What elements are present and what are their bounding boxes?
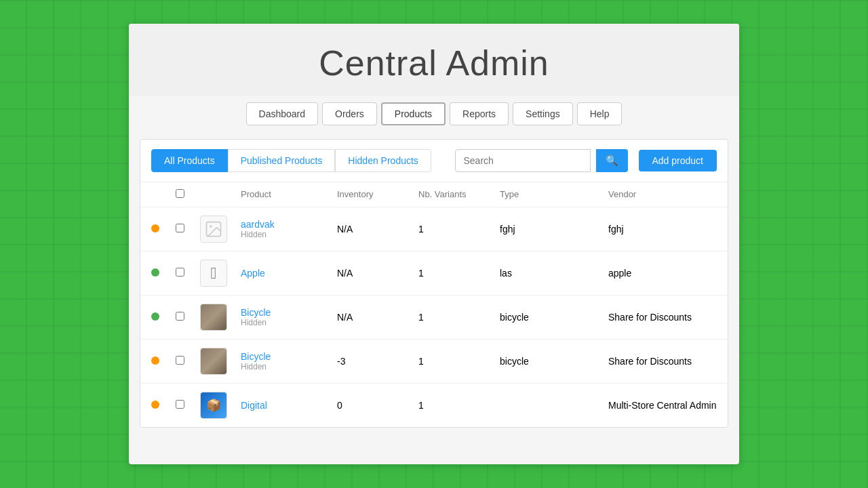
tab-published[interactable]: Published Products <box>228 149 336 172</box>
row-inventory: N/A <box>337 224 418 235</box>
status-dot <box>151 268 159 277</box>
col-type: Type <box>500 189 608 200</box>
table-row: aardvakHiddenN/A1fghjfghj <box>140 207 728 251</box>
status-dot <box>151 401 159 409</box>
nav-btn-help[interactable]: Help <box>577 102 623 125</box>
col-variants: Nb. Variants <box>418 189 500 200</box>
search-button[interactable]: 🔍 <box>596 149 628 172</box>
product-name-cell: aardvakHidden <box>241 219 337 239</box>
table-row: BicycleHidden-31bicycleShare for Discoun… <box>140 340 728 384</box>
product-name-link[interactable]: aardvak <box>241 219 275 230</box>
search-group: 🔍 Add product <box>455 149 717 172</box>
row-variants: 1 <box>418 400 500 411</box>
tab-hidden[interactable]: Hidden Products <box>335 149 431 172</box>
row-image-cell: 📦 <box>200 392 241 419</box>
table-body: aardvakHiddenN/A1fghjfghjAppleN/A1lasap… <box>140 207 728 427</box>
status-dot <box>151 224 159 232</box>
row-vendor: Share for Discounts <box>608 312 717 323</box>
main-panel: Central Admin DashboardOrdersProductsRep… <box>129 24 739 464</box>
row-variants: 1 <box>418 356 500 367</box>
row-status <box>151 356 176 367</box>
search-icon: 🔍 <box>606 155 618 166</box>
product-name-cell: BicycleHidden <box>241 307 337 327</box>
tab-group: All ProductsPublished ProductsHidden Pro… <box>151 149 431 172</box>
product-name-link[interactable]: Apple <box>241 268 265 279</box>
product-image: 📦 <box>200 392 227 419</box>
toolbar: All ProductsPublished ProductsHidden Pro… <box>140 140 728 182</box>
table-row: BicycleHiddenN/A1bicycleShare for Discou… <box>140 296 728 340</box>
table-row: AppleN/A1lasapple <box>140 251 728 296</box>
col-vendor: Vendor <box>608 189 717 200</box>
row-checkbox[interactable] <box>176 268 184 277</box>
select-all-checkbox[interactable] <box>176 189 184 198</box>
row-variants: 1 <box>418 224 500 235</box>
row-variants: 1 <box>418 312 500 323</box>
product-sub-label: Hidden <box>241 230 337 239</box>
main-nav: DashboardOrdersProductsReportsSettingsHe… <box>129 96 739 139</box>
row-status <box>151 268 176 279</box>
row-status <box>151 224 176 235</box>
row-checkbox[interactable] <box>176 356 184 365</box>
status-dot <box>151 357 159 365</box>
tab-all[interactable]: All Products <box>151 149 228 172</box>
product-name-cell: Digital <box>241 400 337 411</box>
col-inventory: Inventory <box>337 189 418 200</box>
row-checkbox-cell <box>176 268 200 279</box>
row-variants: 1 <box>418 268 500 279</box>
row-vendor: Multi-Store Central Admin <box>608 400 717 411</box>
product-name-cell: BicycleHidden <box>241 351 337 371</box>
row-checkbox[interactable] <box>176 224 184 232</box>
header: Central Admin <box>129 24 739 96</box>
row-image-cell <box>200 216 241 243</box>
row-inventory: 0 <box>337 400 418 411</box>
row-vendor: Share for Discounts <box>608 356 717 367</box>
nav-btn-dashboard[interactable]: Dashboard <box>246 102 319 125</box>
status-dot <box>151 312 159 321</box>
nav-btn-products[interactable]: Products <box>381 102 446 125</box>
svg-point-1 <box>210 225 212 228</box>
row-image-cell <box>200 304 241 331</box>
row-inventory: -3 <box>337 356 418 367</box>
nav-btn-reports[interactable]: Reports <box>450 102 509 125</box>
row-checkbox-cell <box>176 400 200 411</box>
table-header: Product Inventory Nb. Variants Type Vend… <box>140 182 728 207</box>
product-name-link[interactable]: Bicycle <box>241 307 271 318</box>
row-inventory: N/A <box>337 268 418 279</box>
row-checkbox[interactable] <box>176 400 184 409</box>
row-checkbox-cell <box>176 224 200 235</box>
product-sub-label: Hidden <box>241 362 337 371</box>
row-checkbox-cell <box>176 356 200 367</box>
col-product: Product <box>241 189 337 200</box>
content-area: All ProductsPublished ProductsHidden Pro… <box>140 139 728 428</box>
product-image <box>200 304 227 331</box>
app-title: Central Admin <box>129 43 739 83</box>
row-status <box>151 400 176 411</box>
row-vendor: fghj <box>608 224 717 235</box>
col-image <box>200 189 241 200</box>
nav-btn-settings[interactable]: Settings <box>513 102 573 125</box>
product-name-link[interactable]: Bicycle <box>241 351 271 362</box>
row-image-cell:  <box>200 260 241 287</box>
table-row: 📦Digital01Multi-Store Central Admin <box>140 384 728 427</box>
row-checkbox[interactable] <box>176 312 184 321</box>
product-name-cell: Apple <box>241 268 337 279</box>
row-inventory: N/A <box>337 312 418 323</box>
row-checkbox-cell <box>176 312 200 323</box>
search-input[interactable] <box>455 149 591 172</box>
row-type: las <box>500 268 608 279</box>
row-type: fghj <box>500 224 608 235</box>
add-product-button[interactable]: Add product <box>639 150 717 171</box>
product-image:  <box>200 260 227 287</box>
row-status <box>151 312 176 323</box>
nav-btn-orders[interactable]: Orders <box>322 102 377 125</box>
row-vendor: apple <box>608 268 717 279</box>
col-status <box>151 189 176 200</box>
col-checkbox <box>176 189 200 200</box>
product-name-link[interactable]: Digital <box>241 400 267 411</box>
row-type: bicycle <box>500 312 608 323</box>
product-sub-label: Hidden <box>241 318 337 327</box>
row-type: bicycle <box>500 356 608 367</box>
row-image-cell <box>200 348 241 375</box>
product-image <box>200 216 227 243</box>
product-image <box>200 348 227 375</box>
